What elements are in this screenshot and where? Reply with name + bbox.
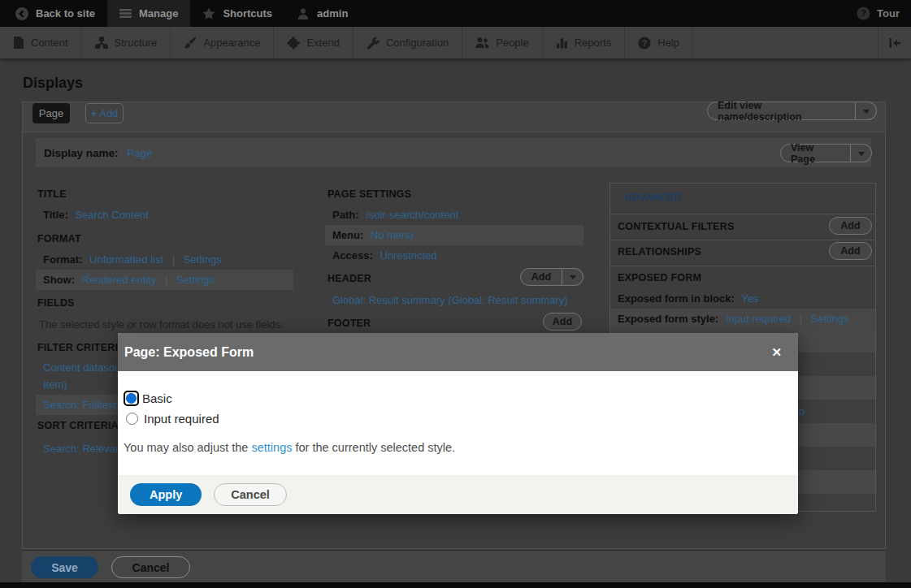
view-page-arrow[interactable]	[851, 144, 872, 162]
menu-item-configuration-label: Configuration	[386, 37, 449, 49]
menu-value-link[interactable]: No menu	[371, 229, 414, 241]
advanced-row-link-fragment[interactable]: o	[799, 401, 805, 422]
filter-item-link-wrap[interactable]: Item)	[43, 378, 67, 391]
show-value-link[interactable]: Rendered entity	[82, 274, 157, 286]
manage-menu-button[interactable]: Manage	[107, 0, 190, 27]
format-settings-link[interactable]: Settings	[184, 253, 222, 266]
separator: |	[794, 313, 808, 325]
radio-option-basic[interactable]: Basic	[124, 391, 788, 406]
radio-option-input-required[interactable]: Input required	[124, 410, 788, 427]
menu-icon	[119, 7, 132, 19]
display-tab-page[interactable]: Page	[33, 103, 70, 123]
separator: |	[167, 253, 180, 266]
section-title: TITLE	[37, 188, 67, 200]
settings-link[interactable]: settings	[251, 441, 292, 454]
note-text-post: for the currently selected style.	[292, 441, 455, 454]
sitemap-icon	[95, 37, 108, 49]
note-text-pre: You may also adjust the	[124, 441, 251, 454]
format-label: Format:	[43, 253, 82, 266]
menu-item-reports[interactable]: Reports	[543, 27, 626, 58]
menu-item-appearance-label: Appearance	[203, 37, 260, 49]
relationships-add-button[interactable]: Add	[829, 242, 872, 260]
menu-item-structure-label: Structure	[115, 37, 158, 49]
access-label: Access:	[332, 249, 373, 262]
chevron-down-icon	[570, 275, 576, 283]
view-page-button[interactable]: View Page	[780, 144, 851, 162]
exposed-block-label: Exposed form in block:	[618, 292, 735, 305]
menu-item-help-label: Help	[657, 37, 679, 49]
back-to-site-button[interactable]: Back to site	[3, 0, 107, 27]
format-value-link[interactable]: Unformatted list	[89, 253, 163, 266]
title-label: Title:	[43, 209, 68, 221]
section-filter-criteria: FILTER CRITERIA	[37, 342, 125, 353]
header-add-dropbutton: Add	[520, 268, 583, 286]
menu-item-help[interactable]: ? Help	[625, 27, 693, 58]
dialog-cancel-button[interactable]: Cancel	[214, 483, 287, 506]
view-page-dropbutton: View Page	[780, 144, 872, 162]
add-display-button[interactable]: + Add	[85, 103, 124, 123]
access-value-link[interactable]: Unrestricted	[380, 249, 437, 262]
user-icon	[297, 7, 310, 20]
exposed-style-settings-link[interactable]: Settings	[811, 313, 849, 325]
admin-menu-toolbar: Content Structure Appearance Extend Conf…	[0, 27, 911, 58]
menu-item-people[interactable]: People	[462, 27, 542, 58]
show-label: Show:	[43, 274, 75, 286]
back-to-site-label: Back to site	[36, 7, 95, 19]
toolbar-orientation-toggle[interactable]	[878, 27, 911, 58]
section-header: HEADER	[328, 273, 371, 284]
menu-item-people-label: People	[496, 37, 528, 49]
radio-input-required-label: Input required	[144, 412, 219, 426]
footer-add-button[interactable]: Add	[543, 313, 582, 331]
plus-icon: +	[91, 107, 98, 119]
shortcuts-button[interactable]: Shortcuts	[190, 0, 284, 27]
title-value-link[interactable]: Search Content	[75, 209, 148, 221]
header-add-arrow[interactable]	[562, 268, 583, 286]
tour-button[interactable]: ? Tour	[845, 0, 911, 27]
close-icon[interactable]: ✕	[760, 345, 793, 360]
save-button[interactable]: Save	[31, 556, 98, 578]
apply-button[interactable]: Apply	[130, 483, 202, 506]
section-page-settings: PAGE SETTINGS	[328, 188, 411, 200]
bar-chart-icon	[556, 37, 568, 49]
path-label: Path:	[332, 209, 359, 221]
header-add-button[interactable]: Add	[520, 268, 562, 286]
menu-item-content[interactable]: Content	[0, 27, 82, 58]
dialog-note: You may also adjust the settings for the…	[124, 441, 788, 454]
separator: |	[159, 274, 173, 286]
menu-row: Menu: No menu	[325, 225, 583, 245]
exposed-block-value-link[interactable]: Yes	[741, 292, 758, 305]
edit-view-name-arrow[interactable]	[856, 102, 877, 120]
show-settings-link[interactable]: Settings	[176, 274, 215, 286]
exposed-block-row: Exposed form in block: Yes	[610, 288, 875, 309]
fields-note: The selected style or row format does no…	[39, 318, 284, 331]
fields-note-row: The selected style or row format does no…	[36, 314, 296, 335]
menu-item-extend-label: Extend	[306, 37, 339, 49]
chevron-down-icon	[863, 110, 870, 117]
display-name-bar: Display name: Page	[36, 138, 871, 168]
edit-view-name-button[interactable]: Edit view name/description	[707, 102, 856, 120]
admin-user-button[interactable]: admin	[284, 0, 360, 27]
help-icon: ?	[638, 37, 651, 50]
section-exposed-form: EXPOSED FORM	[618, 272, 701, 283]
puzzle-icon	[287, 37, 300, 50]
contextual-filters-add-button[interactable]: Add	[829, 217, 872, 235]
menu-item-configuration[interactable]: Configuration	[354, 27, 462, 58]
section-contextual-filters: CONTEXTUAL FILTERS	[618, 221, 734, 232]
menu-item-appearance[interactable]: Appearance	[171, 27, 274, 58]
display-name-value-link[interactable]: Page	[127, 147, 153, 159]
menu-item-extend[interactable]: Extend	[274, 27, 353, 58]
exposed-style-row: Exposed form style: Input required | Set…	[610, 309, 875, 329]
path-value-link[interactable]: /solr-search/content	[366, 209, 458, 221]
title-row: Title: Search Content	[36, 205, 293, 225]
path-row: Path: /solr-search/content	[325, 205, 583, 225]
chevron-down-icon	[858, 152, 865, 159]
cancel-button[interactable]: Cancel	[111, 556, 190, 578]
section-format: FORMAT	[37, 233, 81, 244]
dialog-buttonpane: Apply Cancel	[118, 475, 798, 514]
exposed-style-value-link[interactable]: Input required	[726, 313, 791, 325]
advanced-toggle-link[interactable]: ADVANCED	[624, 192, 681, 203]
menu-item-structure[interactable]: Structure	[82, 27, 171, 58]
result-summary-link[interactable]: Global: Result summary (Global: Result s…	[332, 294, 568, 306]
section-sort-criteria: SORT CRITERIA	[37, 420, 119, 431]
star-icon	[202, 7, 215, 20]
